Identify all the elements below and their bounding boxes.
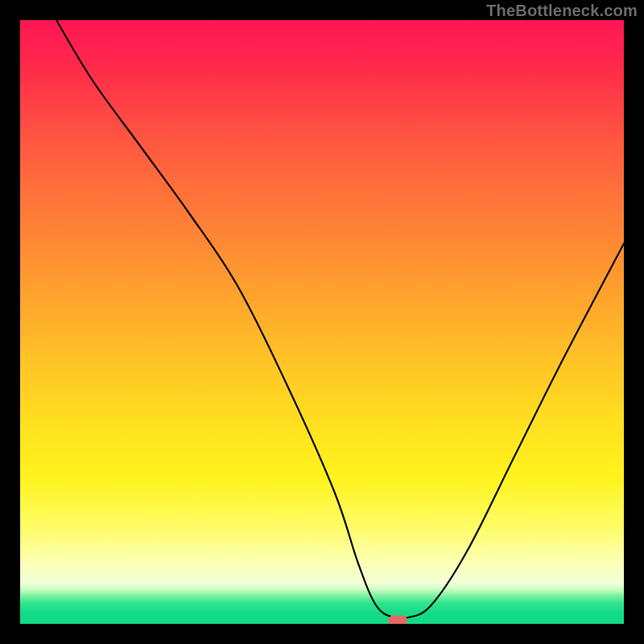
watermark-text: TheBottleneck.com	[486, 2, 638, 20]
optimal-marker	[388, 616, 407, 624]
chart-frame: TheBottleneck.com	[0, 0, 644, 644]
bottleneck-curve	[20, 20, 624, 624]
plot-area	[20, 20, 624, 624]
